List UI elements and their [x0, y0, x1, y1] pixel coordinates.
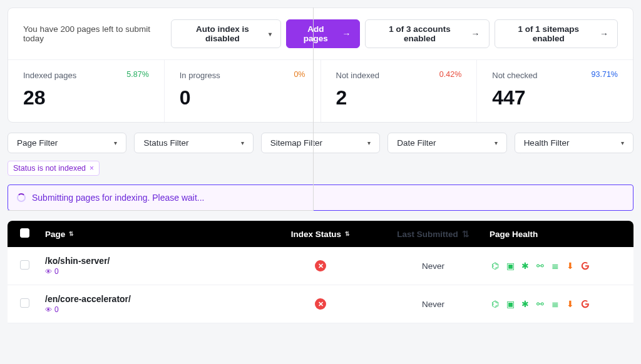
db-icon[interactable]	[550, 260, 561, 271]
add-pages-button[interactable]: Add pages	[286, 19, 360, 48]
metric-value: 0	[180, 86, 305, 109]
sitemaps-label: 1 of 1 sitemaps enabled	[504, 24, 593, 43]
metric-value: 447	[492, 86, 618, 109]
active-filter-chip[interactable]: Status is not indexed ×	[8, 161, 100, 176]
metric-notchecked[interactable]: Not checked 93.71% 447	[476, 60, 633, 122]
doc-icon[interactable]	[505, 260, 516, 271]
metric-indexed[interactable]: Indexed pages 5.87% 28	[8, 60, 164, 122]
spinner-icon	[17, 193, 26, 202]
accounts-link[interactable]: 1 of 3 accounts enabled	[365, 19, 489, 48]
alert-text: Submitting pages for indexing. Please wa…	[32, 193, 205, 203]
metric-value: 28	[23, 86, 149, 109]
health-icons	[490, 298, 621, 310]
auto-index-label: Auto index is disabled	[180, 24, 265, 43]
health-filter[interactable]: Health Filter ▾	[515, 133, 633, 153]
metric-pct: 0.42%	[439, 70, 461, 79]
chevron-down-icon: ▾	[367, 139, 371, 146]
view-count: 0	[54, 305, 59, 314]
google-icon[interactable]	[580, 298, 591, 310]
sort-icon	[345, 231, 350, 237]
th-label: Last Submitted	[397, 230, 458, 239]
date-filter[interactable]: Date Filter ▾	[387, 133, 506, 153]
table-row[interactable]: /ko/shin-server/ 0 ✕ Never	[8, 247, 633, 285]
db-icon[interactable]	[550, 298, 561, 310]
chevron-down-icon: ▾	[621, 139, 624, 146]
chevron-down-icon: ▾	[495, 139, 498, 146]
filter-label: Page Filter	[17, 138, 58, 148]
close-icon[interactable]: ×	[90, 164, 94, 173]
th-label: Index Status	[291, 230, 341, 239]
filter-label: Sitemap Filter	[270, 138, 322, 148]
th-last[interactable]: Last Submitted	[377, 229, 490, 239]
chevron-down-icon: ▾	[269, 31, 272, 38]
quota-text: You have 200 pages left to submit today	[23, 24, 166, 43]
bug-icon[interactable]	[520, 260, 531, 271]
link-icon[interactable]	[535, 298, 546, 310]
th-status[interactable]: Index Status	[264, 230, 377, 239]
last-submitted: Never	[422, 261, 444, 271]
metric-label: In progress	[180, 71, 220, 80]
sitemap-icon[interactable]	[490, 298, 501, 310]
metric-pct: 93.71%	[592, 70, 618, 79]
table-header: Page Index Status Last Submitted Page He…	[8, 221, 633, 247]
select-all-checkbox[interactable]	[20, 228, 29, 238]
th-label: Page Health	[490, 230, 538, 239]
filter-label: Status Filter	[143, 138, 188, 148]
auto-index-dropdown[interactable]: Auto index is disabled ▾	[171, 19, 282, 48]
page-url[interactable]: /en/core-accelerator/	[45, 294, 131, 304]
page-url[interactable]: /ko/shin-server/	[45, 256, 110, 266]
bug-icon[interactable]	[520, 298, 531, 310]
status-filter[interactable]: Status Filter ▾	[134, 133, 253, 153]
status-error-icon: ✕	[315, 298, 326, 310]
download-icon[interactable]	[565, 298, 576, 310]
metric-label: Indexed pages	[23, 71, 76, 80]
sitemap-icon[interactable]	[490, 260, 501, 271]
chip-label: Status is not indexed	[13, 164, 86, 173]
link-icon[interactable]	[535, 260, 546, 271]
table-row[interactable]: /en/core-accelerator/ 0 ✕ Never	[8, 285, 633, 323]
submitting-alert: Submitting pages for indexing. Please wa…	[8, 185, 633, 211]
filter-label: Date Filter	[397, 138, 436, 148]
google-icon[interactable]	[580, 260, 591, 271]
metric-pct: 5.87%	[126, 70, 148, 79]
th-label: Page	[45, 230, 65, 239]
th-health: Page Health	[490, 230, 621, 239]
metric-label: Not checked	[492, 71, 537, 80]
chevron-down-icon: ▾	[114, 139, 117, 146]
filter-label: Health Filter	[524, 138, 570, 148]
add-pages-label: Add pages	[295, 24, 336, 43]
metric-pct: 0%	[294, 70, 305, 79]
metric-notindexed[interactable]: Not indexed 0.42% 2	[320, 60, 477, 122]
metric-progress[interactable]: In progress 0% 0	[164, 60, 320, 122]
sort-icon	[69, 231, 74, 237]
last-submitted: Never	[422, 300, 444, 309]
download-icon[interactable]	[565, 260, 576, 271]
sitemap-filter[interactable]: Sitemap Filter ▾	[261, 133, 380, 153]
row-checkbox[interactable]	[20, 298, 29, 308]
sitemaps-link[interactable]: 1 of 1 sitemaps enabled	[495, 19, 618, 48]
eye-icon	[45, 305, 52, 314]
metric-value: 2	[336, 86, 462, 109]
th-page[interactable]: Page	[45, 230, 264, 239]
page-filter[interactable]: Page Filter ▾	[8, 133, 126, 153]
status-error-icon: ✕	[315, 260, 326, 271]
metric-label: Not indexed	[336, 71, 379, 80]
chevron-down-icon: ▾	[241, 139, 244, 146]
view-count: 0	[54, 267, 59, 276]
row-checkbox[interactable]	[20, 260, 29, 270]
sort-icon	[462, 229, 469, 239]
health-icons	[490, 260, 621, 271]
doc-icon[interactable]	[505, 298, 516, 310]
accounts-label: 1 of 3 accounts enabled	[374, 24, 464, 43]
eye-icon	[45, 267, 52, 276]
